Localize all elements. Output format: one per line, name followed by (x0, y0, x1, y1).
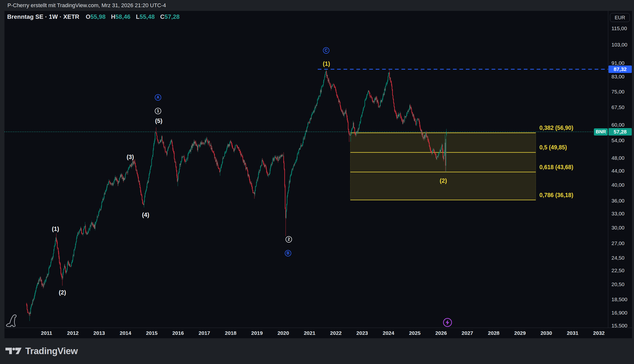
fib-level-label[interactable]: 0,786 (36,18) (539, 192, 573, 198)
footer-bar: TradingView (0, 338, 634, 364)
year-tick: 2012 (67, 330, 79, 336)
last-price-tag-text: 57,28 (614, 129, 627, 135)
price-tick: 115,00 (611, 26, 627, 32)
elliott-wave-circled-label[interactable]: 2 (286, 236, 292, 242)
price-tick: 60,00 (611, 122, 624, 128)
time-axis[interactable]: 2011201220132014201520162017201820192020… (5, 328, 632, 338)
high-price-tag: 87,32 (608, 66, 632, 73)
year-tick: 2020 (277, 330, 289, 336)
year-tick: 2018 (225, 330, 237, 336)
year-tick: 2011 (41, 330, 52, 336)
price-tick: 36,00 (611, 198, 624, 204)
elliott-wave-label[interactable]: (2) (59, 289, 66, 296)
elliott-wave-label[interactable]: (2) (440, 177, 447, 184)
year-tick: 2025 (409, 330, 420, 336)
price-tick: 83,00 (611, 74, 624, 80)
symbol-flag-text: BNR (596, 129, 606, 134)
year-tick: 2015 (146, 330, 157, 336)
chart-pane[interactable]: Brenntag SE · 1W · XETR O55,98H58,46L55,… (5, 11, 608, 328)
chart-attribution-title: P-Cherry erstellt mit TradingView.com, M… (8, 2, 166, 9)
price-tick: 33,00 (611, 211, 624, 216)
year-tick: 2019 (251, 330, 263, 336)
elliott-wave-circled-label[interactable]: C (323, 47, 329, 54)
year-tick: 2031 (567, 330, 578, 336)
year-tick: 2029 (514, 330, 526, 336)
year-tick: 2021 (304, 330, 316, 336)
high-price-tag-text: 87,32 (614, 66, 627, 72)
price-tick: 48,00 (611, 155, 624, 161)
elliott-wave-circled-label[interactable]: B (285, 250, 291, 256)
top-bar: P-Cherry erstellt mit TradingView.com, M… (0, 0, 634, 11)
price-tick: 40,00 (611, 182, 624, 188)
elliott-wave-label[interactable]: (1) (323, 60, 330, 67)
price-tick: 16,900 (611, 310, 627, 316)
price-tick: 75,00 (611, 89, 624, 95)
currency-label: EUR (615, 15, 625, 20)
price-tick: 103,00 (611, 42, 627, 48)
price-tick: 27,00 (611, 240, 624, 246)
year-tick: 2027 (462, 330, 473, 336)
symbol-price-flag: BNR (594, 128, 608, 136)
tradingview-wordmark[interactable]: TradingView (25, 346, 78, 356)
year-tick: 2030 (540, 330, 552, 336)
price-tick: 20,50 (611, 282, 624, 287)
elliott-wave-circled-label[interactable]: A (155, 94, 161, 101)
year-tick: 2022 (330, 330, 342, 336)
price-tick: 91,00 (611, 60, 624, 66)
price-tick: 44,00 (611, 168, 624, 174)
fib-level-label[interactable]: 0,618 (43,68) (539, 164, 573, 170)
year-tick: 2028 (488, 330, 500, 336)
elliott-wave-label[interactable]: (4) (142, 212, 149, 218)
currency-button[interactable]: EUR (610, 13, 630, 22)
fib-level-label[interactable]: 0,382 (56,90) (539, 124, 573, 131)
price-axis[interactable]: EUR 115,00103,0091,0083,0075,0067,5060,0… (608, 11, 632, 338)
year-tick: 2024 (383, 330, 394, 336)
lightning-marker-icon[interactable] (442, 317, 453, 328)
elliott-wave-label[interactable]: (3) (127, 154, 134, 160)
price-tick: 22,50 (611, 268, 624, 274)
price-tick: 67,50 (611, 104, 624, 110)
elliott-wave-label[interactable]: (5) (155, 118, 162, 124)
price-tick: 30,00 (611, 225, 624, 231)
fib-level-label[interactable]: 0,5 (49,85) (539, 144, 567, 151)
year-tick: 2016 (172, 330, 184, 336)
year-tick: 2032 (593, 330, 605, 336)
dino-watermark-icon (6, 314, 19, 328)
tradingview-logo-icon[interactable] (6, 348, 22, 355)
price-tick: 18,500 (611, 296, 627, 302)
price-tick: 54,00 (611, 138, 624, 144)
year-tick: 2013 (93, 330, 105, 336)
year-tick: 2026 (435, 330, 447, 336)
drawings-overlay: (1)(2)(3)(4)(5)(1)(2)1A2BC0,382 (56,90)0… (5, 11, 608, 328)
year-tick: 2023 (356, 330, 368, 336)
elliott-wave-circled-label[interactable]: 1 (155, 108, 161, 114)
tradingview-chart-window: P-Cherry erstellt mit TradingView.com, M… (0, 0, 634, 364)
last-price-tag: 57,28 (608, 128, 632, 136)
elliott-wave-label[interactable]: (1) (52, 226, 59, 232)
year-tick: 2014 (120, 330, 131, 336)
price-tick: 24,50 (611, 255, 624, 261)
year-tick: 2017 (199, 330, 210, 336)
